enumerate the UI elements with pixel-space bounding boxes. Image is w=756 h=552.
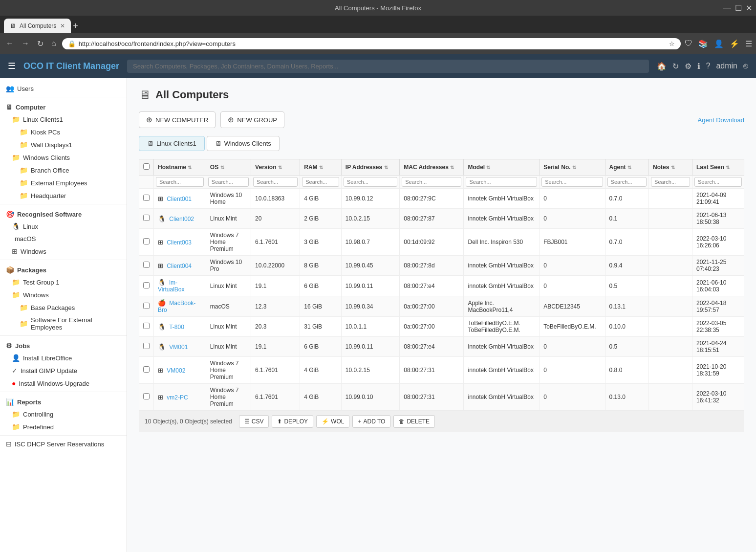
search-serial[interactable]: [541, 177, 603, 187]
sidebar-item-branch-office[interactable]: 📁 Branch Office: [0, 164, 127, 177]
search-agent[interactable]: [607, 177, 647, 187]
row-hostname-link[interactable]: T-800: [169, 324, 184, 331]
sidebar-item-wall-displays[interactable]: 📁 Wall Displays1: [0, 138, 127, 151]
sidebar-item-windows-packages[interactable]: 📁 Windows: [0, 288, 127, 301]
sidebar-item-install-libreoffice[interactable]: 👤 Install LibreOffice: [0, 352, 127, 364]
th-version[interactable]: Version ⇅: [251, 159, 300, 176]
sidebar-item-install-gimp[interactable]: ✓ Install GIMP Update: [0, 364, 127, 377]
new-tab-icon[interactable]: +: [73, 21, 78, 31]
row-checkbox[interactable]: [143, 215, 150, 221]
row-hostname-link[interactable]: Client003: [167, 239, 192, 246]
th-hostname[interactable]: Hostname ⇅: [154, 159, 206, 176]
help-header-icon[interactable]: ?: [706, 62, 711, 70]
global-search-input[interactable]: [127, 60, 648, 73]
browser-title: All Computers - Mozilla Firefox: [335, 4, 421, 12]
sidebar-item-isc-dhcp[interactable]: ⊟ ISC DHCP Server Reservations: [0, 438, 127, 450]
row-ram: 6 GiB: [300, 276, 342, 296]
tab-close-icon[interactable]: ✕: [60, 22, 65, 29]
sidebar-item-test-group1[interactable]: 📁 Test Group 1: [0, 276, 127, 288]
row-checkbox[interactable]: [143, 303, 150, 309]
search-version[interactable]: [253, 177, 298, 187]
row-checkbox[interactable]: [143, 195, 150, 201]
url-box[interactable]: 🔒 http://localhost/oco/frontend/index.ph…: [62, 38, 681, 49]
deploy-button[interactable]: ⬆ DEPLOY: [272, 415, 313, 428]
search-hostname[interactable]: [156, 177, 204, 187]
search-last-seen[interactable]: [694, 177, 742, 187]
th-model[interactable]: Model ⇅: [464, 159, 540, 176]
sidebar-item-windows-sw[interactable]: ⊞ Windows: [0, 245, 127, 258]
search-ip[interactable]: [344, 177, 397, 187]
search-notes[interactable]: [651, 177, 690, 187]
tab-linux-clients1[interactable]: 🖥 Linux Clients1: [139, 136, 205, 151]
sidebar-item-install-windows-upgrade[interactable]: ● Install Windows-Upgrade: [0, 377, 127, 390]
close-icon[interactable]: ✕: [746, 3, 752, 13]
sidebar-item-predefined[interactable]: 📁 Predefined: [0, 420, 127, 433]
th-ip[interactable]: IP Addresses ⇅: [341, 159, 399, 176]
new-computer-button[interactable]: ⊕ NEW COMPUTER: [139, 111, 216, 128]
row-hostname-link[interactable]: VM002: [167, 367, 185, 374]
sidebar-item-linux[interactable]: 🐧 Linux: [0, 220, 127, 233]
th-last-seen[interactable]: Last Seen ⇅: [692, 159, 744, 176]
window-controls[interactable]: — ☐ ✕: [723, 3, 752, 13]
th-ram[interactable]: RAM ⇅: [300, 159, 342, 176]
row-checkbox[interactable]: [143, 366, 150, 373]
sidebar-item-macos[interactable]: macOS: [0, 233, 127, 245]
csv-button[interactable]: ☰ CSV: [239, 415, 269, 428]
th-notes[interactable]: Notes ⇅: [649, 159, 692, 176]
info-header-icon[interactable]: ℹ: [697, 62, 700, 71]
browser-tab[interactable]: 🖥 All Computers ✕: [4, 19, 71, 33]
table-row: 🐧 lm-VirtualBox Linux Mint 19.1 6 GiB 10…: [139, 276, 744, 296]
row-checkbox[interactable]: [143, 238, 150, 244]
sidebar-item-kiosk-pcs[interactable]: 📁 Kiosk PCs: [0, 126, 127, 138]
new-group-button[interactable]: ⊕ NEW GROUP: [220, 111, 284, 128]
logout-icon[interactable]: ⎋: [743, 62, 748, 70]
delete-button[interactable]: 🗑 DELETE: [393, 415, 435, 428]
search-model[interactable]: [466, 177, 537, 187]
sidebar-section-packages: 📦 Packages: [0, 262, 127, 276]
settings-header-icon[interactable]: ⚙: [685, 62, 691, 71]
back-btn[interactable]: ←: [4, 38, 16, 49]
forward-btn[interactable]: →: [20, 38, 31, 49]
th-serial[interactable]: Serial No. ⇅: [540, 159, 605, 176]
row-hostname-link[interactable]: Client004: [167, 263, 192, 269]
row-hostname-link[interactable]: vm2-PC: [167, 394, 188, 401]
row-hostname-link[interactable]: Client002: [169, 216, 194, 222]
select-all-checkbox[interactable]: [143, 163, 150, 170]
add-to-button[interactable]: + ADD TO: [352, 415, 390, 428]
sidebar-item-external-employees[interactable]: 📁 External Employees: [0, 177, 127, 189]
row-checkbox[interactable]: [143, 262, 150, 268]
agent-download-link[interactable]: Agent Download: [698, 116, 744, 124]
row-checkbox[interactable]: [143, 343, 150, 349]
row-checkbox[interactable]: [143, 323, 150, 329]
search-ram[interactable]: [302, 177, 339, 187]
row-notes: [649, 357, 692, 384]
sidebar-item-windows-clients[interactable]: 📁 Windows Clients: [0, 151, 127, 164]
search-os[interactable]: [208, 177, 249, 187]
row-model: innotek GmbH VirtualBox: [464, 357, 540, 384]
row-hostname-link[interactable]: Client001: [167, 196, 192, 202]
tab-windows-clients[interactable]: 🖥 Windows Clients: [207, 136, 280, 151]
wol-button[interactable]: ⚡ WOL: [316, 415, 349, 428]
home-header-icon[interactable]: 🏠: [657, 62, 667, 71]
sidebar-item-linux-clients1[interactable]: 📁 Linux Clients1: [0, 113, 127, 126]
th-mac[interactable]: MAC Addresses ⇅: [400, 159, 464, 176]
sidebar-item-users[interactable]: 👥 Users: [0, 82, 127, 95]
home-btn[interactable]: ⌂: [49, 38, 58, 49]
sidebar-item-headquarter[interactable]: 📁 Headquarter: [0, 189, 127, 202]
sidebar-item-software-external[interactable]: 📁 Software For External Employees: [0, 314, 127, 333]
sidebar-item-controlling[interactable]: 📁 Controlling: [0, 408, 127, 420]
sidebar-item-base-packages[interactable]: 📁 Base Packages: [0, 301, 127, 314]
maximize-icon[interactable]: ☐: [735, 3, 742, 13]
row-hostname-link[interactable]: VM001: [169, 344, 188, 351]
minimize-icon[interactable]: —: [723, 3, 731, 13]
search-mac[interactable]: [402, 177, 461, 187]
th-os[interactable]: OS ⇅: [206, 159, 251, 176]
row-checkbox[interactable]: [143, 282, 150, 288]
row-checkbox[interactable]: [143, 393, 150, 399]
star-icon[interactable]: ☆: [669, 40, 675, 47]
hamburger-icon[interactable]: ☰: [8, 61, 16, 71]
reload-btn[interactable]: ↻: [35, 38, 45, 49]
menu-icon[interactable]: ☰: [745, 39, 752, 48]
th-agent[interactable]: Agent ⇅: [605, 159, 648, 176]
refresh-header-icon[interactable]: ↻: [672, 62, 679, 71]
